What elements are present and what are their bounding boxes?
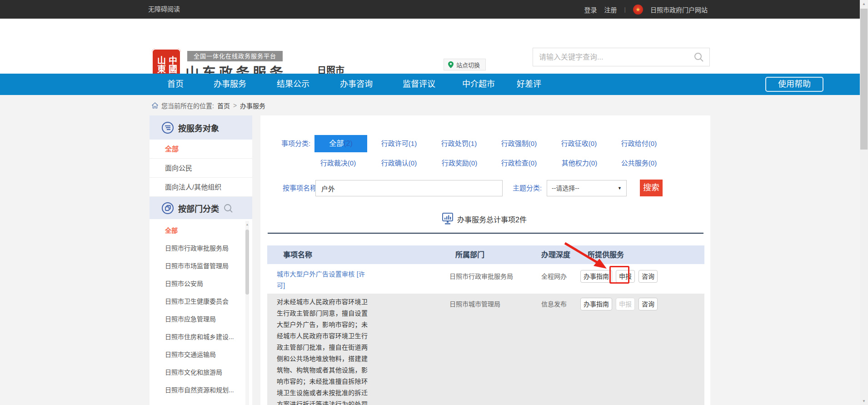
col-header-depth: 办理深度 bbox=[541, 245, 570, 264]
row-actions: 办事指南 申报 咨询 bbox=[580, 298, 658, 310]
topbar-divider: | bbox=[624, 6, 626, 13]
tab-xingzheng-caijue[interactable]: 行政裁决(0) bbox=[308, 156, 368, 170]
nav-item-consult[interactable]: 办事咨询 bbox=[340, 74, 373, 95]
help-button[interactable]: 使用帮助 bbox=[765, 77, 823, 92]
department-search-icon[interactable] bbox=[224, 204, 233, 213]
topic-label: 主题分类: bbox=[513, 180, 542, 196]
tab-xingzheng-chufa[interactable]: 行政处罚(1) bbox=[429, 135, 489, 152]
tab-gonggong-fuwu[interactable]: 公共服务(0) bbox=[609, 156, 669, 170]
tab-label: 行政确认 bbox=[381, 159, 409, 167]
sidebar-section-title: 按部门分类 bbox=[178, 202, 219, 214]
sidebar-scrollbar[interactable]: ▲ bbox=[245, 221, 249, 405]
sidebar-section-service-object: 按服务对象 bbox=[150, 115, 252, 140]
dept-item[interactable]: 日照市交通运输局 bbox=[150, 346, 252, 364]
dept-item-all[interactable]: 全部 bbox=[150, 222, 252, 240]
tab-label: 行政裁决 bbox=[320, 159, 348, 167]
search-button[interactable]: 搜索 bbox=[640, 180, 663, 196]
topic-select[interactable]: --请选择-- ▼ bbox=[547, 180, 627, 196]
home-icon bbox=[152, 102, 158, 109]
guide-button[interactable]: 办事指南 bbox=[580, 298, 612, 310]
page-scrollbar-thumb[interactable] bbox=[860, 9, 868, 150]
dept-item[interactable]: 日照市自然资源和规划... bbox=[150, 381, 252, 399]
guide-button[interactable]: 办事指南 bbox=[580, 270, 612, 283]
site-switch-button[interactable]: 站点切换 bbox=[444, 59, 486, 70]
nav-item-home[interactable]: 首页 bbox=[167, 74, 184, 95]
service-object-list: 全部 面向公民 面向法人/其他组织 bbox=[150, 140, 252, 197]
tab-count: (0) bbox=[589, 140, 597, 147]
tab-all-active[interactable]: 全部(2) bbox=[314, 135, 367, 152]
page-scrollbar[interactable]: ▲ ▼ bbox=[860, 0, 868, 405]
tab-label: 行政给付 bbox=[621, 140, 649, 147]
item-department: 日照市行政审批服务局 bbox=[449, 271, 513, 280]
tab-count: (0) bbox=[348, 159, 356, 167]
scroll-up-icon[interactable]: ▲ bbox=[245, 223, 249, 226]
dept-item[interactable]: 日照市卫生健康委员会 bbox=[150, 293, 252, 310]
tab-label: 全部 bbox=[329, 140, 344, 147]
dept-item[interactable]: 日照市住房和城乡建设... bbox=[150, 328, 252, 346]
breadcrumb-current: 办事服务 bbox=[240, 101, 265, 110]
nav-item-supervision[interactable]: 监督评议 bbox=[403, 74, 435, 95]
tab-count: (1) bbox=[409, 140, 417, 147]
seal-left-text: 山東 bbox=[156, 56, 165, 73]
breadcrumb-home[interactable]: 首页 bbox=[217, 101, 230, 110]
tab-xingzheng-jifu[interactable]: 行政给付(0) bbox=[609, 135, 669, 152]
tab-count: (1) bbox=[469, 140, 477, 147]
tab-label: 行政许可 bbox=[381, 140, 409, 147]
stats-summary: 办事服务总计事项2件 bbox=[442, 213, 527, 225]
tab-xingzheng-jiangli[interactable]: 行政奖励(0) bbox=[429, 156, 489, 170]
dept-item[interactable]: 日照市文化和旅游局 bbox=[150, 364, 252, 381]
tab-xingzheng-zhengshou[interactable]: 行政征收(0) bbox=[549, 135, 609, 152]
apply-button[interactable]: 申报 bbox=[616, 270, 635, 283]
dept-item[interactable]: 日照市公安局 bbox=[150, 275, 252, 293]
sidebar-section-title: 按服务对象 bbox=[178, 122, 219, 134]
sidebar-scrollbar-thumb[interactable] bbox=[245, 230, 249, 295]
dept-item[interactable]: 日照市市场监督管理局 bbox=[150, 257, 252, 275]
nav-item-rating[interactable]: 好差评 bbox=[517, 74, 541, 95]
list-icon bbox=[162, 122, 174, 134]
nav-item-results[interactable]: 结果公示 bbox=[277, 74, 309, 95]
tab-label: 公共服务 bbox=[621, 159, 649, 167]
accessibility-link[interactable]: 无障碍阅读 bbox=[148, 0, 180, 19]
tab-xingzheng-queren[interactable]: 行政确认(0) bbox=[369, 156, 429, 170]
portal-link[interactable]: 日照市政府门户网站 bbox=[650, 5, 708, 14]
breadcrumb-label: 您当前所在的位置: bbox=[161, 101, 214, 110]
main-panel: 事项分类: 全部(2) 行政许可(1) 行政处罚(1) 行政强制(0) 行政征收… bbox=[260, 115, 710, 405]
tab-xingzheng-jiancha[interactable]: 行政检查(0) bbox=[489, 156, 549, 170]
tab-count: (0) bbox=[649, 140, 657, 147]
scroll-up-icon[interactable]: ▲ bbox=[860, 0, 868, 8]
tab-count: (0) bbox=[409, 159, 417, 167]
item-name-input[interactable] bbox=[315, 180, 503, 196]
tab-label: 行政强制 bbox=[501, 140, 529, 147]
tab-xingzheng-qiangzhi[interactable]: 行政强制(0) bbox=[489, 135, 549, 152]
item-title: 城市大型户外广告设置审核 bbox=[277, 270, 355, 278]
nav-item-services[interactable]: 办事服务 bbox=[214, 74, 246, 95]
tab-qita-quanli[interactable]: 其他权力(0) bbox=[549, 156, 609, 170]
sidebar-section-department: 按部门分类 bbox=[150, 197, 252, 219]
register-link[interactable]: 注册 bbox=[604, 5, 617, 14]
item-depth: 信息发布 bbox=[541, 299, 567, 308]
scroll-down-icon[interactable]: ▼ bbox=[860, 397, 868, 405]
consult-button[interactable]: 咨询 bbox=[639, 298, 658, 310]
col-header-item-name: 事项名称 bbox=[283, 245, 312, 264]
tab-count: (0) bbox=[649, 159, 657, 167]
dept-item[interactable]: 日照市应急管理局 bbox=[150, 310, 252, 328]
item-title-link[interactable]: 城市大型户外广告设置审核 [许可] bbox=[277, 269, 370, 291]
dept-item[interactable]: 日照市行政审批服务局 bbox=[150, 240, 252, 257]
header-search-input[interactable] bbox=[539, 48, 689, 66]
search-icon[interactable] bbox=[694, 52, 704, 62]
sidebar-item-legal-person[interactable]: 面向法人/其他组织 bbox=[150, 178, 252, 197]
item-depth: 全程网办 bbox=[541, 271, 567, 280]
sidebar-item-all[interactable]: 全部 bbox=[150, 140, 252, 159]
tab-count: (2) bbox=[344, 140, 353, 147]
col-header-department: 所属部门 bbox=[455, 245, 484, 264]
site-switch-label: 站点切换 bbox=[456, 60, 480, 69]
tab-xingzheng-xuke[interactable]: 行政许可(1) bbox=[369, 135, 429, 152]
login-link[interactable]: 登录 bbox=[584, 5, 597, 14]
sidebar-item-citizen[interactable]: 面向公民 bbox=[150, 159, 252, 178]
item-description: 对未经城市人民政府市容环境卫生行政主管部门同意，擅自设置大型户外广告，影响市容的… bbox=[277, 296, 370, 405]
tab-label: 行政检查 bbox=[501, 159, 529, 167]
nav-item-agency[interactable]: 中介超市 bbox=[462, 74, 495, 95]
national-emblem-icon: ★ bbox=[633, 5, 643, 15]
location-pin-icon bbox=[448, 61, 454, 68]
consult-button[interactable]: 咨询 bbox=[639, 270, 658, 283]
